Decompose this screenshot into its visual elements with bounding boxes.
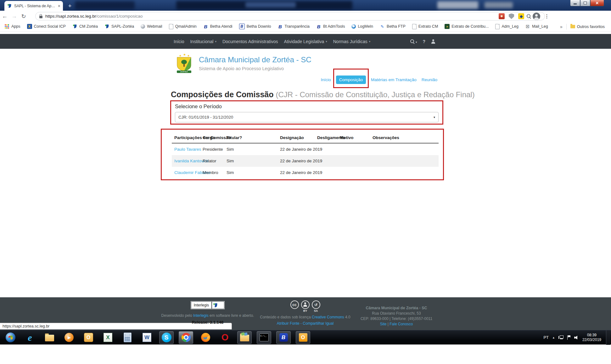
chrome-icon[interactable] xyxy=(179,331,193,344)
bookmark-item[interactable]: ⊠ Mail_Leg xyxy=(525,24,548,29)
command-prompt-icon[interactable]: C:\_ xyxy=(257,331,271,344)
betha-icon[interactable]: B xyxy=(276,331,291,344)
nav-item-normas-juridicas[interactable]: Normas Jurídicas xyxy=(333,39,370,44)
interlegis-link[interactable]: Interlegis xyxy=(193,313,209,318)
tab-composicao-active[interactable]: Composição xyxy=(336,76,366,84)
volume-icon[interactable] xyxy=(574,335,579,340)
bookmark-item[interactable]: SAPL-Zortéa xyxy=(104,24,134,29)
calculator-icon[interactable] xyxy=(120,331,135,344)
hidden-icons-chevron[interactable]: ▲ xyxy=(552,336,555,339)
apps-grid-icon xyxy=(4,24,9,29)
creative-commons-link[interactable]: Creative Commons xyxy=(312,315,344,319)
outlook-2010-icon[interactable]: O xyxy=(296,331,310,344)
background-window-blur xyxy=(437,1,478,9)
site-subtitle: Sistema de Apoio ao Processo Legislativo xyxy=(199,66,284,71)
document-favicon-icon xyxy=(412,24,417,29)
banco-do-brasil-extension-icon[interactable]: ◆ xyxy=(518,13,524,19)
bookmark-item[interactable]: Apps xyxy=(4,24,20,29)
bookmark-item[interactable]: ✎ Betha FTP xyxy=(380,24,406,29)
other-favorites[interactable]: Outros favoritos xyxy=(570,25,605,29)
nav-item-institucional[interactable]: Institucional xyxy=(190,39,216,44)
browser-titlebar xyxy=(0,0,611,11)
fale-conosco-link[interactable]: Fale Conosco xyxy=(390,322,413,326)
bookmark-label: Betha FTP xyxy=(387,24,406,29)
site-navbar: Início Institucional Documentos Administ… xyxy=(0,34,611,49)
chevron-down-icon xyxy=(369,40,371,43)
svg-text:★: ★ xyxy=(179,54,182,57)
pencil-favicon-icon: ✎ xyxy=(380,24,385,29)
language-indicator[interactable]: PT xyxy=(543,335,549,340)
attribution-link[interactable]: Atribuir Fonte - Compartilhar Igual xyxy=(277,321,334,326)
titular-cell: Sim xyxy=(224,167,277,178)
site-search-button[interactable] xyxy=(410,39,417,44)
site-link[interactable]: Site xyxy=(380,322,387,326)
bookmark-item[interactable]: B Betha Downlo xyxy=(239,24,271,29)
menu-kebab-icon[interactable]: ⋮ xyxy=(544,13,549,19)
windows-taskbar: e ▶ O X W xyxy=(0,330,611,344)
help-button[interactable]: ? xyxy=(423,39,425,44)
wand-extension-icon[interactable]: ✱ xyxy=(499,13,505,19)
tab-materias-em-tramitacao[interactable]: Matérias em Tramitação xyxy=(371,77,417,82)
bookmark-label: Apps xyxy=(11,24,20,29)
browser-tab[interactable]: SAPL - Sistema de Apoio ao Proc × xyxy=(4,1,63,11)
firefox-icon[interactable] xyxy=(198,331,213,344)
bookmark-label: Bt AdmTools xyxy=(323,24,345,29)
action-center-flag-icon[interactable] xyxy=(567,335,571,340)
member-link[interactable]: Paulo Tavares xyxy=(174,147,201,152)
bookmark-item[interactable]: B Bt AdmTools xyxy=(316,24,345,29)
excel-icon[interactable]: X xyxy=(101,331,115,344)
bookmark-item[interactable]: Webmail xyxy=(141,24,162,29)
back-button[interactable]: ← xyxy=(0,13,9,20)
chevron-down-icon xyxy=(326,40,327,43)
window-minimize-button[interactable] xyxy=(570,0,580,6)
file-explorer-icon[interactable] xyxy=(42,331,57,344)
conect-social-favicon-icon: X xyxy=(27,24,32,29)
bookmarks-overflow-chevron[interactable]: » xyxy=(560,24,563,29)
bookmark-item[interactable]: Extrato CM xyxy=(412,24,438,29)
betha-favicon-icon: B xyxy=(316,24,321,29)
bookmark-item[interactable]: ✱ LogMeIn xyxy=(351,24,373,29)
address-bar[interactable]: https://sapl.zortea.sc.leg.br/comissao/1… xyxy=(35,12,545,20)
tray-date: 22/03/2019 xyxy=(582,338,601,342)
bookmark-label: Betha Downlo xyxy=(247,24,271,29)
show-desktop-button[interactable] xyxy=(606,330,610,345)
start-button[interactable] xyxy=(3,331,18,344)
tray-time: 08:39 xyxy=(582,333,601,338)
internet-explorer-icon[interactable]: e xyxy=(23,331,37,344)
user-icon[interactable] xyxy=(431,39,435,44)
tab-inicio[interactable]: Início xyxy=(321,77,331,82)
bookmark-label: Conect Social ICP xyxy=(34,24,66,29)
network-icon[interactable] xyxy=(558,335,563,339)
bookmark-item[interactable]: QmailAdmin xyxy=(169,24,197,29)
profile-avatar[interactable] xyxy=(533,13,540,20)
tab-close-icon[interactable]: × xyxy=(58,4,60,8)
media-player-icon[interactable]: ▶ xyxy=(62,331,76,344)
opera-icon[interactable]: O xyxy=(218,331,232,344)
bookmark-item[interactable]: B Betha Atendi xyxy=(203,24,233,29)
word-icon[interactable]: W xyxy=(140,331,154,344)
forward-button[interactable]: → xyxy=(9,13,19,20)
tab-reuniao[interactable]: Reunião xyxy=(422,77,437,82)
column-header: Designação xyxy=(277,132,315,143)
period-select[interactable]: CJR: 01/01/2019 - 31/12/2020 ▾ xyxy=(175,112,439,122)
nav-item-atividade-legislativa[interactable]: Atividade Legislativa xyxy=(284,39,327,44)
new-tab-button[interactable]: + xyxy=(65,3,74,9)
bookmark-item[interactable]: » Extrato de Contribu... xyxy=(445,24,489,29)
bookmark-item[interactable]: CM Zortéa xyxy=(72,24,98,29)
bookmark-item[interactable]: Adm_Leg xyxy=(495,24,519,29)
page-title: Composições de Comissão (CJR - Comissão … xyxy=(171,90,475,99)
nav-item-documentos-administrativos[interactable]: Documentos Administrativos xyxy=(222,39,278,44)
skype-icon[interactable]: S xyxy=(159,331,174,344)
nav-item-inicio[interactable]: Início xyxy=(174,39,184,44)
reload-button[interactable]: ↻ xyxy=(19,13,28,20)
window-restore-button[interactable] xyxy=(580,0,590,6)
bookmark-item[interactable]: X Conect Social ICP xyxy=(27,24,66,29)
folder-stack-icon[interactable] xyxy=(237,331,252,344)
cargo-cell: Membro xyxy=(200,167,224,178)
shield-extension-icon[interactable] xyxy=(509,14,514,19)
period-label: Selecione o Período xyxy=(175,104,442,109)
window-close-button[interactable]: × xyxy=(590,0,604,6)
tray-clock[interactable]: 08:39 22/03/2019 xyxy=(582,333,603,342)
outlook-2007-icon[interactable]: O xyxy=(81,331,96,344)
bookmark-item[interactable]: B Transparência xyxy=(277,24,309,29)
